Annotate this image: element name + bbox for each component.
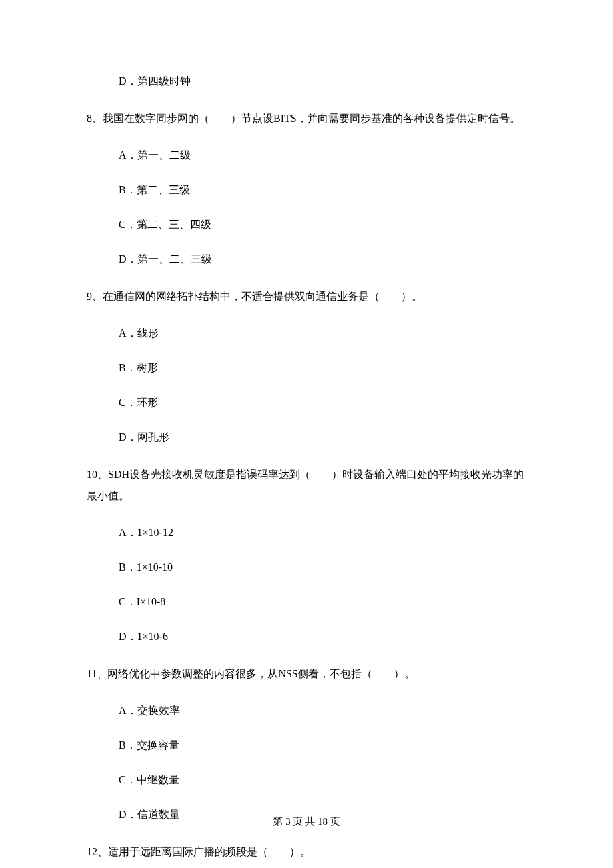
q8-option-a: A．第一、二级 — [87, 147, 526, 163]
q8-text: 8、我国在数字同步网的（ ）节点设BITS，并向需要同步基准的各种设备提供定时信… — [87, 108, 526, 129]
option-text: B．交换容量 — [119, 739, 179, 751]
question-content: 8、我国在数字同步网的（ ）节点设BITS，并向需要同步基准的各种设备提供定时信… — [87, 113, 520, 124]
q10-option-d: D．1×10-6 — [87, 629, 526, 645]
q8-option-b: B．第二、三级 — [87, 182, 526, 198]
option-text: C．第二、三、四级 — [119, 219, 211, 230]
q10-option-c: C．I×10-8 — [87, 594, 526, 610]
page-number: 第 3 页 共 18 页 — [273, 816, 340, 827]
question-content: 10、SDH设备光接收机灵敏度是指误码率达到（ ）时设备输入端口处的平均接收光功… — [87, 469, 524, 501]
option-text: B．树形 — [119, 362, 158, 373]
q9-option-c: C．环形 — [87, 395, 526, 411]
q8-option-d: D．第一、二、三级 — [87, 251, 526, 267]
question-content: 11、网络优化中参数调整的内容很多，从NSS侧看，不包括（ ）。 — [87, 668, 415, 679]
option-text: A．1×10-12 — [119, 527, 173, 538]
q11-option-a: A．交换效率 — [87, 703, 526, 719]
q10-text: 10、SDH设备光接收机灵敏度是指误码率达到（ ）时设备输入端口处的平均接收光功… — [87, 464, 526, 505]
option-text: D．网孔形 — [119, 431, 169, 443]
option-text: C．I×10-8 — [119, 596, 165, 607]
q11-option-c: C．中继数量 — [87, 772, 526, 788]
question-content: 9、在通信网的网络拓扑结构中，不适合提供双向通信业务是（ ）。 — [87, 291, 422, 302]
option-text: A．交换效率 — [119, 705, 180, 716]
q9-option-a: A．线形 — [87, 325, 526, 341]
option-text: C．环形 — [119, 397, 158, 408]
q8-option-c: C．第二、三、四级 — [87, 217, 526, 233]
q10-option-a: A．1×10-12 — [87, 525, 526, 541]
option-text: D．1×10-6 — [119, 631, 168, 642]
q11-option-b: B．交换容量 — [87, 737, 526, 753]
q7-option-d: D．第四级时钟 — [87, 73, 526, 89]
page-footer: 第 3 页 共 18 页 — [0, 815, 613, 828]
page-content: D．第四级时钟 8、我国在数字同步网的（ ）节点设BITS，并向需要同步基准的各… — [0, 0, 613, 868]
option-text: C．中继数量 — [119, 774, 179, 785]
option-text: A．第一、二级 — [119, 149, 191, 161]
option-text: D．第四级时钟 — [119, 75, 191, 87]
q9-option-b: B．树形 — [87, 360, 526, 376]
option-text: B．第二、三级 — [119, 184, 190, 195]
q11-text: 11、网络优化中参数调整的内容很多，从NSS侧看，不包括（ ）。 — [87, 663, 526, 684]
option-text: B．1×10-10 — [119, 561, 173, 573]
option-text: D．第一、二、三级 — [119, 253, 212, 265]
q10-option-b: B．1×10-10 — [87, 559, 526, 575]
option-text: A．线形 — [119, 327, 159, 339]
q12-text: 12、适用于远距离国际广播的频段是（ ）。 — [87, 841, 526, 862]
q9-text: 9、在通信网的网络拓扑结构中，不适合提供双向通信业务是（ ）。 — [87, 286, 526, 307]
question-content: 12、适用于远距离国际广播的频段是（ ）。 — [87, 846, 310, 857]
q9-option-d: D．网孔形 — [87, 429, 526, 445]
